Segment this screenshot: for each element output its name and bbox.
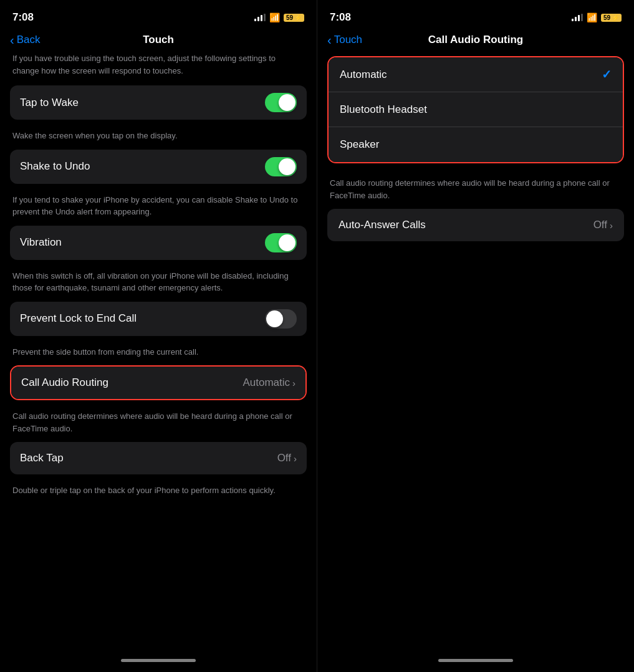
routing-bluetooth-label: Bluetooth Headset bbox=[340, 103, 427, 116]
back-button-left[interactable]: ‹ Back bbox=[10, 34, 40, 46]
auto-answer-group: Auto-Answer Calls Off › bbox=[327, 209, 624, 241]
auto-answer-value: Off › bbox=[593, 219, 613, 231]
routing-bluetooth[interactable]: Bluetooth Headset bbox=[329, 92, 623, 127]
routing-automatic-label: Automatic bbox=[340, 69, 387, 81]
back-tap-desc: Double or triple tap on the back of your… bbox=[10, 479, 307, 504]
back-tap-label: Back Tap bbox=[20, 452, 64, 464]
page-title-left: Touch bbox=[143, 34, 174, 46]
shake-to-undo-item[interactable]: Shake to Undo bbox=[10, 150, 307, 184]
nav-bar-left: ‹ Back Touch bbox=[0, 31, 317, 52]
chevron-right-icon-backtap: › bbox=[294, 453, 297, 464]
routing-options-group: Automatic ✓ Bluetooth Headset Speaker bbox=[329, 57, 623, 162]
signal-icon-right bbox=[572, 14, 583, 21]
status-time-left: 7:08 bbox=[12, 11, 34, 24]
status-bar-right: 7:08 📶 59 ⚡ bbox=[317, 0, 634, 31]
home-indicator-left bbox=[0, 653, 317, 672]
auto-answer-value-text: Off bbox=[593, 219, 607, 231]
battery-left: 59 ⚡ bbox=[284, 14, 304, 22]
status-icons-right: 📶 59 ⚡ bbox=[572, 12, 622, 22]
back-tap-value: Off › bbox=[277, 452, 297, 464]
vibration-item[interactable]: Vibration bbox=[10, 226, 307, 260]
call-audio-routing-group: Call Audio Routing Automatic › bbox=[11, 367, 305, 399]
chevron-left-icon-right: ‹ bbox=[327, 34, 332, 46]
shake-to-undo-desc: If you tend to shake your iPhone by acci… bbox=[10, 189, 307, 226]
wifi-icon-left: 📶 bbox=[269, 12, 280, 22]
chevron-right-icon-routing: › bbox=[292, 378, 295, 388]
wifi-icon-right: 📶 bbox=[587, 12, 597, 22]
vibration-group: Vibration bbox=[10, 226, 307, 260]
call-audio-routing-label: Call Audio Routing bbox=[21, 377, 108, 389]
status-icons-left: 📶 59 ⚡ bbox=[254, 12, 304, 22]
vibration-toggle[interactable] bbox=[265, 233, 297, 252]
vibration-label: Vibration bbox=[20, 236, 62, 249]
status-bar-left: 7:08 📶 59 ⚡ bbox=[0, 0, 317, 31]
left-panel: 7:08 📶 59 ⚡ ‹ Back Touch If you have tro… bbox=[0, 0, 317, 672]
call-audio-routing-desc: Call audio routing determines where audi… bbox=[10, 405, 307, 442]
nav-bar-right: ‹ Touch Call Audio Routing bbox=[317, 31, 634, 52]
back-label-left: Back bbox=[17, 34, 41, 46]
shake-to-undo-label: Shake to Undo bbox=[20, 160, 90, 173]
prevent-lock-toggle[interactable] bbox=[265, 309, 297, 329]
page-title-right: Call Audio Routing bbox=[428, 34, 523, 46]
prevent-lock-label: Prevent Lock to End Call bbox=[20, 312, 137, 325]
battery-right: 59 ⚡ bbox=[601, 14, 622, 22]
status-time-right: 7:08 bbox=[330, 11, 351, 24]
routing-automatic[interactable]: Automatic ✓ bbox=[329, 57, 623, 92]
tap-to-wake-label: Tap to Wake bbox=[20, 97, 79, 109]
call-audio-routing-highlight: Call Audio Routing Automatic › bbox=[10, 365, 307, 400]
back-label-right: Touch bbox=[334, 34, 362, 46]
call-audio-routing-value: Automatic › bbox=[243, 377, 295, 389]
prevent-lock-item[interactable]: Prevent Lock to End Call bbox=[10, 302, 307, 336]
back-tap-item[interactable]: Back Tap Off › bbox=[10, 442, 307, 474]
tap-to-wake-group: Tap to Wake bbox=[10, 85, 307, 120]
auto-answer-label: Auto-Answer Calls bbox=[339, 219, 426, 231]
back-button-right[interactable]: ‹ Touch bbox=[327, 34, 362, 46]
tap-to-wake-toggle[interactable] bbox=[265, 93, 297, 112]
prevent-lock-group: Prevent Lock to End Call bbox=[10, 302, 307, 336]
tap-to-wake-desc: Wake the screen when you tap on the disp… bbox=[10, 125, 307, 150]
tap-to-wake-item[interactable]: Tap to Wake bbox=[10, 85, 307, 120]
routing-desc: Call audio routing determines where audi… bbox=[327, 172, 624, 209]
home-indicator-right bbox=[317, 653, 634, 672]
back-tap-group: Back Tap Off › bbox=[10, 442, 307, 474]
routing-speaker[interactable]: Speaker bbox=[329, 127, 623, 162]
vibration-desc: When this switch is off, all vibration o… bbox=[10, 265, 307, 302]
content-right: Automatic ✓ Bluetooth Headset Speaker Ca… bbox=[317, 52, 634, 653]
shake-to-undo-group: Shake to Undo bbox=[10, 150, 307, 184]
chevron-left-icon-left: ‹ bbox=[10, 34, 14, 46]
content-left: If you have trouble using the touch scre… bbox=[0, 52, 317, 653]
shake-to-undo-toggle[interactable] bbox=[265, 157, 297, 176]
intro-text: If you have trouble using the touch scre… bbox=[10, 52, 307, 77]
routing-options-highlight: Automatic ✓ Bluetooth Headset Speaker bbox=[327, 56, 624, 163]
checkmark-icon: ✓ bbox=[602, 67, 612, 82]
auto-answer-item[interactable]: Auto-Answer Calls Off › bbox=[327, 209, 624, 241]
signal-icon-left bbox=[254, 14, 266, 21]
prevent-lock-desc: Prevent the side button from ending the … bbox=[10, 341, 307, 366]
chevron-right-icon-autoanswer: › bbox=[610, 220, 613, 231]
call-audio-routing-item[interactable]: Call Audio Routing Automatic › bbox=[11, 367, 305, 399]
routing-speaker-label: Speaker bbox=[340, 138, 379, 151]
right-panel: 7:08 📶 59 ⚡ ‹ Touch Call Audio Routing bbox=[317, 0, 634, 672]
